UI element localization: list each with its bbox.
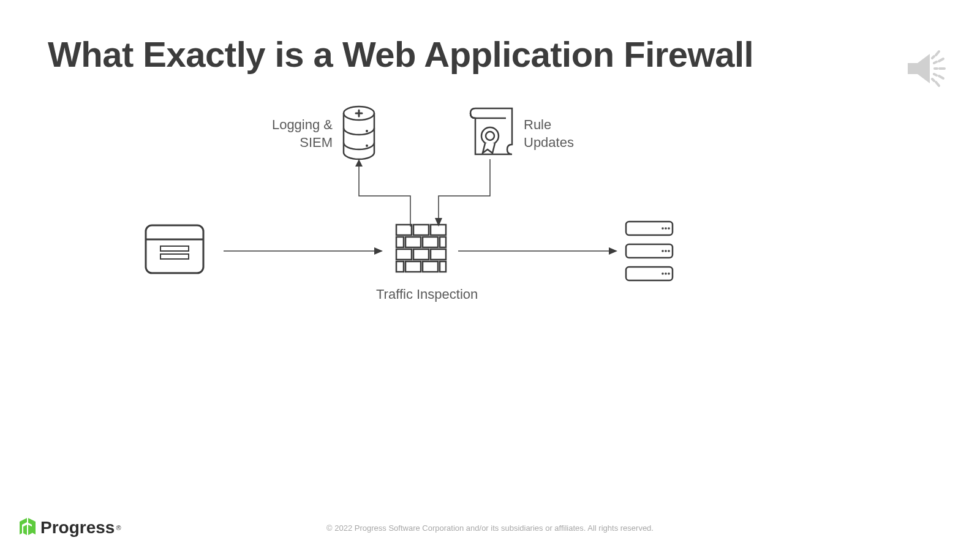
svg-point-39 — [665, 250, 667, 252]
database-icon — [341, 105, 377, 160]
traffic-inspection-label: Traffic Inspection — [376, 286, 478, 304]
svg-point-51 — [481, 127, 499, 144]
svg-point-35 — [662, 227, 664, 230]
svg-line-4 — [932, 79, 934, 81]
svg-point-41 — [662, 272, 664, 275]
svg-line-2 — [934, 74, 937, 75]
svg-rect-10 — [146, 225, 203, 273]
svg-point-40 — [668, 250, 670, 252]
arrow-firewall-to-logging — [355, 159, 417, 227]
svg-point-38 — [662, 250, 664, 252]
svg-line-1 — [934, 62, 937, 63]
svg-marker-45 — [435, 218, 442, 227]
svg-marker-56 — [28, 525, 32, 535]
svg-rect-29 — [440, 261, 446, 272]
svg-line-8 — [936, 51, 939, 55]
arrow-rules-to-firewall — [435, 159, 496, 227]
brand-name: Progress — [40, 518, 115, 538]
slide-title: What Exactly is a Web Application Firewa… — [48, 34, 753, 75]
speaker-icon — [900, 43, 956, 100]
svg-point-49 — [366, 130, 368, 132]
svg-rect-22 — [440, 237, 446, 247]
svg-rect-26 — [396, 261, 404, 272]
svg-rect-19 — [396, 237, 404, 247]
copyright-text: © 2022 Progress Software Corporation and… — [326, 523, 654, 533]
svg-rect-12 — [160, 246, 189, 251]
svg-point-36 — [665, 227, 667, 230]
svg-marker-55 — [23, 525, 27, 535]
firewall-icon — [395, 223, 447, 279]
svg-point-50 — [366, 144, 368, 147]
svg-point-43 — [668, 272, 670, 275]
svg-rect-25 — [431, 249, 446, 260]
svg-point-52 — [486, 132, 494, 140]
svg-line-6 — [939, 59, 943, 61]
progress-logo: Progress® — [18, 518, 121, 538]
logging-label: Logging & SIEM — [244, 116, 333, 151]
svg-line-3 — [932, 56, 934, 58]
svg-point-42 — [665, 272, 667, 275]
rules-label: Rule Updates — [524, 116, 574, 151]
svg-marker-31 — [609, 247, 617, 255]
svg-point-37 — [668, 227, 670, 230]
servers-icon — [625, 220, 674, 282]
slide-footer: Progress® © 2022 Progress Software Corpo… — [18, 513, 962, 538]
svg-rect-23 — [396, 249, 412, 260]
svg-rect-24 — [413, 249, 429, 260]
svg-rect-28 — [423, 261, 438, 272]
svg-rect-21 — [423, 237, 438, 247]
architecture-diagram: Logging & SIEM Rule Updates Traffic Insp… — [0, 104, 980, 349]
svg-rect-13 — [160, 254, 189, 259]
arrow-client-to-firewall — [224, 245, 383, 257]
certificate-icon — [464, 105, 516, 160]
svg-line-9 — [936, 82, 939, 86]
svg-line-7 — [939, 76, 943, 78]
browser-icon — [144, 223, 205, 276]
svg-rect-27 — [405, 261, 421, 272]
arrow-firewall-to-servers — [458, 245, 617, 257]
registered-mark: ® — [116, 524, 121, 531]
svg-marker-15 — [374, 247, 383, 255]
svg-rect-20 — [405, 237, 421, 247]
